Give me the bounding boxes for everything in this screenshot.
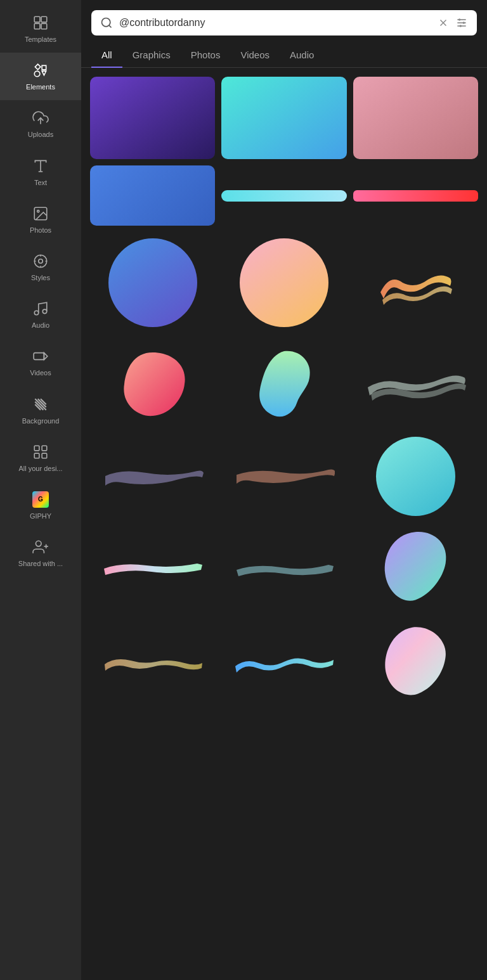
svg-line-20 [35, 399, 46, 409]
list-item[interactable] [353, 619, 478, 707]
list-item[interactable] [90, 524, 215, 612]
list-item[interactable] [353, 340, 478, 429]
svg-rect-18 [34, 353, 44, 360]
list-item[interactable] [90, 232, 215, 333]
svg-rect-26 [42, 446, 47, 451]
tab-graphics[interactable]: Graphics [122, 43, 181, 68]
svg-point-9 [37, 210, 39, 212]
tabs: All Graphics Photos Videos Audio [81, 35, 487, 68]
sidebar-label-photos: Photos [30, 226, 51, 235]
videos-icon [32, 347, 49, 365]
search-input[interactable] [119, 17, 431, 29]
sidebar-label-background: Background [22, 417, 60, 425]
list-item[interactable] [353, 232, 478, 333]
svg-point-41 [460, 25, 462, 27]
svg-point-40 [463, 22, 465, 23]
photos-icon [32, 205, 49, 222]
list-item[interactable] [90, 619, 215, 707]
tab-photos[interactable]: Photos [181, 43, 231, 68]
text-icon [32, 157, 49, 175]
sidebar-label-elements: Elements [26, 83, 55, 91]
list-item[interactable] [353, 524, 478, 612]
giphy-icon: G [32, 491, 49, 508]
styles-icon [32, 252, 49, 270]
svg-rect-3 [41, 23, 47, 29]
list-item[interactable] [353, 435, 478, 517]
svg-point-10 [34, 255, 47, 268]
sidebar-item-all-designs[interactable]: All your desi... [0, 434, 81, 482]
sidebar-label-audio: Audio [32, 321, 49, 330]
search-bar [91, 10, 477, 35]
list-item[interactable] [221, 619, 346, 707]
sidebar-label-videos: Videos [30, 369, 51, 377]
list-item[interactable] [221, 232, 346, 333]
svg-rect-1 [41, 16, 47, 22]
sidebar-item-audio[interactable]: Audio [0, 291, 81, 338]
template-icon [32, 14, 49, 32]
svg-marker-19 [44, 353, 47, 360]
sidebar-item-templates[interactable]: Templates [0, 5, 81, 53]
tab-videos[interactable]: Videos [230, 43, 280, 68]
list-item[interactable] [90, 435, 215, 517]
search-container [81, 0, 487, 35]
sidebar-label-text: Text [34, 179, 47, 187]
svg-point-4 [34, 71, 40, 77]
sidebar-item-videos[interactable]: Videos [0, 338, 81, 386]
sidebar-label-shared: Shared with ... [18, 560, 63, 568]
list-item[interactable] [90, 77, 215, 159]
sidebar-label-all-designs: All your desi... [18, 465, 62, 473]
svg-point-11 [39, 259, 43, 264]
elements-icon [32, 61, 49, 79]
sidebar-item-photos[interactable]: Photos [0, 196, 81, 243]
upload-icon [32, 109, 49, 127]
svg-point-29 [36, 541, 41, 546]
sidebar-label-giphy: GIPHY [30, 512, 51, 520]
list-item[interactable] [221, 524, 346, 612]
svg-rect-0 [34, 16, 40, 22]
sidebar-item-elements[interactable]: Elements [0, 53, 81, 100]
audio-icon [32, 300, 49, 318]
sidebar-item-text[interactable]: Text [0, 148, 81, 196]
svg-point-39 [458, 18, 460, 20]
sidebar-label-styles: Styles [31, 274, 50, 282]
list-item[interactable] [221, 435, 346, 517]
svg-rect-27 [34, 453, 39, 458]
list-item[interactable] [90, 165, 215, 226]
filter-icon[interactable] [455, 16, 468, 29]
search-icon [100, 16, 113, 29]
tab-all[interactable]: All [91, 43, 122, 68]
list-item[interactable] [221, 190, 346, 202]
list-item[interactable] [90, 340, 215, 429]
background-icon [32, 396, 49, 413]
svg-rect-2 [34, 23, 40, 29]
sidebar-label-uploads: Uploads [28, 131, 53, 139]
main-content: All Graphics Photos Videos Audio [81, 0, 487, 980]
sidebar-item-background[interactable]: Background [0, 387, 81, 434]
svg-rect-25 [34, 446, 39, 451]
svg-point-16 [34, 311, 39, 315]
list-item[interactable] [221, 77, 346, 159]
sidebar-item-styles[interactable]: Styles [0, 243, 81, 291]
sidebar-item-shared[interactable]: Shared with ... [0, 529, 81, 577]
svg-point-32 [102, 18, 110, 27]
sidebar-label-templates: Templates [25, 35, 56, 44]
list-item[interactable] [221, 340, 346, 429]
list-item[interactable] [353, 77, 478, 159]
svg-line-33 [109, 25, 112, 28]
list-item[interactable] [353, 190, 478, 202]
svg-point-17 [42, 309, 47, 314]
all-designs-icon [32, 443, 49, 461]
tab-audio[interactable]: Audio [280, 43, 324, 68]
shared-icon [32, 538, 49, 556]
svg-rect-28 [42, 453, 47, 458]
sidebar: Templates Elements Uploads Text Photos [0, 0, 81, 980]
sidebar-item-giphy[interactable]: G GIPHY [0, 482, 81, 529]
clear-icon[interactable] [438, 17, 449, 29]
sidebar-item-uploads[interactable]: Uploads [0, 100, 81, 148]
